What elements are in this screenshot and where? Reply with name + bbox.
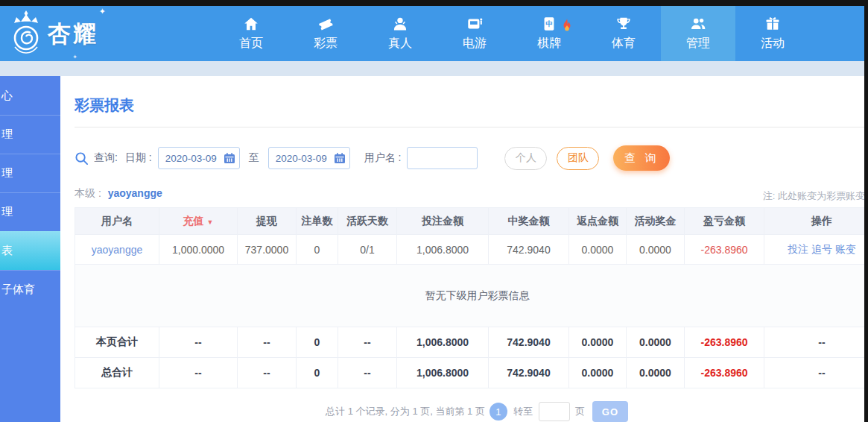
nav-item-live[interactable]: 真人	[363, 6, 437, 61]
bet-link[interactable]: 投注	[788, 243, 808, 255]
sparkle-icon: ✦	[99, 7, 106, 16]
account-change-note: 注: 此处账变为彩票账变	[763, 189, 865, 203]
to-label: 至	[249, 151, 259, 165]
go-button[interactable]: GO	[592, 401, 628, 422]
svg-text:中: 中	[545, 20, 552, 28]
sidebar-menu: 心 理 理 理 表 子体育	[0, 76, 60, 422]
row-bet: 1,006.8000	[397, 235, 489, 265]
row-withdraw: 737.0000	[238, 235, 297, 265]
col-active-days: 活跃天数	[338, 208, 397, 235]
nav-item-activity[interactable]: 活动	[735, 6, 810, 61]
query-label: 查询:	[94, 151, 118, 165]
date-to-field[interactable]	[268, 147, 350, 169]
date-to-input[interactable]	[276, 153, 332, 164]
person-icon	[392, 16, 408, 32]
nav-item-home[interactable]: 首页	[214, 6, 288, 61]
col-actions: 操作	[764, 208, 868, 235]
window-right-edge	[864, 0, 868, 422]
slot-machine-icon	[466, 16, 483, 32]
col-win-amount: 中奖金额	[489, 208, 569, 235]
row-win: 742.9040	[489, 235, 569, 265]
sidebar-item-manage-1[interactable]: 理	[0, 115, 60, 154]
brand-logo[interactable]: 杏耀 ✦ ✦	[9, 10, 98, 59]
mahjong-tile-icon: 中	[541, 16, 557, 32]
sidebar-item-esports[interactable]: 子体育	[0, 270, 60, 309]
page-total-row: 本页合计 -- -- 0 -- 1,006.8000 742.9040 0.00…	[75, 327, 868, 358]
crown-shield-logo-icon	[9, 10, 43, 59]
pagination: 总计 1 个记录, 分为 1 页, 当前第 1 页 1 转至 页 GO	[75, 401, 868, 422]
goto-label: 转至	[513, 405, 533, 418]
goto-page-input[interactable]	[539, 402, 570, 421]
sidebar-item-center[interactable]: 心	[0, 76, 60, 115]
calendar-icon[interactable]	[334, 152, 346, 164]
date-from-field[interactable]	[158, 147, 240, 169]
chase-link[interactable]: 追号	[811, 243, 832, 255]
row-rebate: 0.0000	[569, 235, 627, 265]
grand-total-label: 总合计	[75, 358, 159, 388]
row-recharge: 1,000.0000	[159, 235, 238, 265]
ticket-icon	[317, 16, 334, 32]
page-unit-label: 页	[575, 405, 585, 418]
date-from-input[interactable]	[165, 153, 222, 164]
level-username-link[interactable]: yaoyangge	[108, 187, 162, 199]
table-row: yaoyangge 1,000.0000 737.0000 0 0/1 1,00…	[75, 235, 868, 265]
calendar-icon[interactable]	[224, 152, 235, 164]
nav-shadow-band	[0, 61, 868, 76]
brand-name: 杏耀	[48, 19, 98, 50]
nav-item-egames[interactable]: 电游	[437, 6, 512, 61]
row-active-days: 0/1	[338, 235, 397, 265]
account-change-link[interactable]: 账变	[835, 243, 856, 255]
nav-item-boardgames[interactable]: 中 棋牌	[512, 6, 586, 61]
search-icon	[75, 151, 89, 166]
window-top-edge	[0, 0, 868, 6]
username-label: 用户名 :	[364, 151, 402, 165]
sort-desc-icon: ▼	[206, 218, 213, 226]
top-navigation: 杏耀 ✦ ✦ 首页 彩票 真人	[0, 6, 868, 61]
gift-icon	[764, 16, 781, 32]
sparkle-icon: ✦	[72, 54, 77, 60]
table-header-row: 用户名 充值 ▼ 提现 注单数 活跃天数 投注金额 中奖金额 返点金额 活动奖金…	[75, 208, 868, 235]
users-icon	[690, 16, 706, 32]
level-label: 本级 :	[75, 187, 101, 199]
row-username-link[interactable]: yaoyangge	[92, 244, 143, 256]
home-icon	[243, 16, 259, 32]
nav-item-sports[interactable]: 体育	[586, 6, 661, 61]
col-recharge-sortable[interactable]: 充值 ▼	[159, 208, 238, 235]
main-content: 彩票报表 查询: 日期 : 至 用户名 :	[60, 76, 868, 422]
row-activity: 0.0000	[627, 235, 685, 265]
report-table: 用户名 充值 ▼ 提现 注单数 活跃天数 投注金额 中奖金额 返点金额 活动奖金…	[75, 207, 868, 388]
current-page-badge[interactable]: 1	[490, 403, 507, 421]
sidebar-item-manage-2[interactable]: 理	[0, 154, 60, 192]
title-divider	[75, 127, 865, 127]
personal-button[interactable]: 个人	[504, 147, 547, 170]
col-profit-amount: 盈亏金额	[685, 208, 764, 235]
pagination-summary: 总计 1 个记录, 分为 1 页, 当前第 1 页	[326, 405, 485, 418]
search-button[interactable]: 查 询	[613, 145, 670, 171]
hot-flame-icon	[560, 17, 574, 32]
col-activity-bonus: 活动奖金	[627, 208, 685, 235]
empty-state-message: 暂无下级用户彩票信息	[75, 265, 868, 327]
grand-total-row: 总合计 -- -- 0 -- 1,006.8000 742.9040 0.000…	[75, 358, 868, 388]
col-rebate-amount: 返点金额	[569, 208, 627, 235]
date-label: 日期 :	[125, 151, 152, 165]
search-form: 查询: 日期 : 至 用户名 : 个人 团队 查 询	[75, 145, 868, 171]
nav-item-manage[interactable]: 管理	[661, 6, 735, 61]
sidebar-item-manage-3[interactable]: 理	[0, 192, 60, 231]
col-withdraw: 提现	[238, 208, 297, 235]
trophy-icon	[615, 16, 632, 32]
nav-item-lottery[interactable]: 彩票	[288, 6, 363, 61]
row-orders: 0	[297, 235, 338, 265]
col-orders: 注单数	[297, 208, 338, 235]
col-username: 用户名	[75, 208, 159, 235]
page-total-label: 本页合计	[75, 327, 159, 358]
page-title: 彩票报表	[75, 95, 868, 116]
sidebar-item-report-active[interactable]: 表	[0, 231, 60, 270]
app-window: 杏耀 ✦ ✦ 首页 彩票 真人	[0, 0, 868, 422]
username-input[interactable]	[407, 147, 478, 169]
team-button[interactable]: 团队	[557, 147, 599, 170]
empty-state-row: 暂无下级用户彩票信息	[75, 265, 868, 327]
nav-menu: 首页 彩票 真人 电游 中	[214, 6, 810, 61]
col-bet-amount: 投注金额	[397, 208, 489, 235]
row-profit: -263.8960	[685, 235, 764, 265]
row-actions: 投注 追号 账变	[764, 235, 868, 265]
